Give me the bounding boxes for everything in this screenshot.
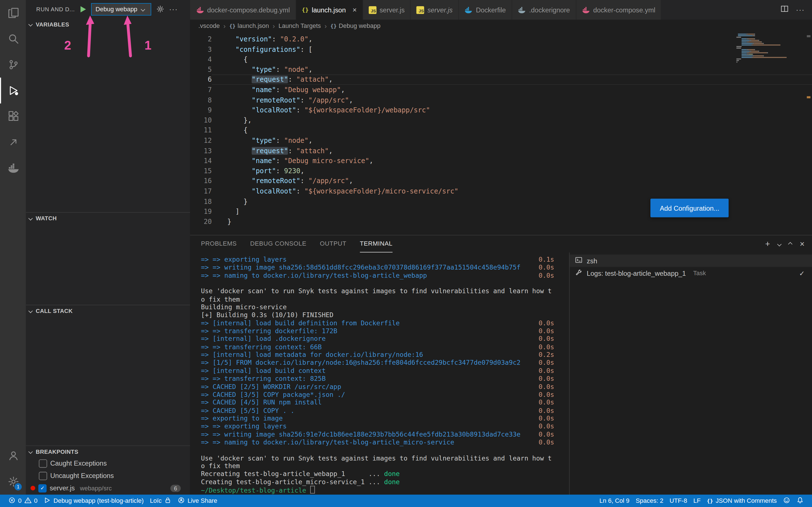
code-line[interactable]: 17 "localRoot": "${workspaceFolder}/micr… [190,186,812,196]
code-line[interactable]: 15 "port": 9230, [190,166,812,176]
tab-label: launch.json [312,6,346,14]
accounts-icon[interactable] [0,443,26,469]
code-line[interactable]: 5 "type": "node", [190,64,812,75]
panel-tab-debug-console[interactable]: DEBUG CONSOLE [250,235,306,252]
code-line[interactable]: 10 }, [190,115,812,125]
user-status-item[interactable]: Loïc [147,495,175,507]
terminal-dropdown-icon[interactable] [777,242,782,246]
split-editor-icon[interactable] [780,5,789,15]
watch-section-header[interactable]: WATCH [26,212,190,224]
call-stack-section-header[interactable]: CALL STACK [26,305,190,317]
problems-status-item[interactable]: 00 [5,495,41,507]
code-line[interactable]: 3 "configurations": [ [190,44,812,54]
breakpoint-checkbox[interactable]: ✓ [38,484,47,492]
breadcrumb-item[interactable]: Launch Targets [278,22,321,30]
terminal-icon [575,256,583,265]
code-line[interactable]: 8 "remoteRoot": "/app/src", [190,95,812,105]
breakpoint-row[interactable]: Uncaught Exceptions [26,470,190,482]
terminal-list-label: zsh [587,257,597,265]
terminal-output[interactable]: => => exporting layers0.1s=> => writing … [190,252,569,495]
breakpoint-row[interactable]: Caught Exceptions [26,457,190,470]
tab-Dockerfile[interactable]: Dockerfile [459,0,512,20]
terminal-duration: 0.0s [539,359,554,367]
run-and-debug-icon[interactable] [0,78,26,104]
close-panel-icon[interactable]: × [800,240,805,248]
cursor-position-status-item[interactable]: Ln 6, Col 9 [596,497,633,504]
code-line[interactable]: 6 "request": "attach", [190,75,812,85]
panel-tab-output[interactable]: OUTPUT [320,235,347,252]
tab-docker-compose.debug.yml[interactable]: docker-compose.debug.yml [190,0,296,20]
error-count: 0 [18,497,21,504]
code-line[interactable]: 20} [190,217,812,227]
breakpoints-section-header[interactable]: BREAKPOINTS [26,446,190,457]
search-icon[interactable] [0,26,26,52]
code-line[interactable]: 9 "localRoot": "${workspaceFolder}/webap… [190,105,812,115]
variables-section-header[interactable]: VARIABLES [26,18,190,30]
extensions-icon[interactable] [0,103,26,129]
terminal-text: => => transferring dockerfile: 172B [201,327,338,335]
code-token: , [300,167,304,175]
debug-start-button[interactable] [79,5,87,13]
sidebar-title: RUN AND D... [36,6,75,12]
code-line[interactable]: 2 "version": "0.2.0", [190,34,812,44]
debug-status-status-item[interactable]: Debug webapp (test-blog-article) [41,495,147,507]
new-terminal-icon[interactable]: + [765,240,770,248]
code-line[interactable]: 4 { [190,54,812,64]
close-icon[interactable]: × [352,6,357,13]
breakpoint-row[interactable]: ✓server.jswebapp/src6 [26,482,190,495]
debug-config-select[interactable]: Debug webapp [91,3,151,15]
code-token: } [227,198,248,205]
live-share-status-item[interactable]: Live Share [174,495,220,507]
tab-launch.json[interactable]: {}launch.json× [296,0,363,20]
breakpoint-checkbox[interactable] [39,459,47,467]
terminal-line: => CACHED [5/5] COPY . .0.0s [201,406,569,414]
panel-tab-terminal[interactable]: TERMINAL [360,235,393,252]
eol-status-item[interactable]: LF [690,497,704,504]
feedback-status-item[interactable] [780,496,794,505]
debug-settings-gear-icon[interactable] [156,4,165,14]
code-line[interactable]: 13 "request": "attach", [190,146,812,156]
code-token: , [369,157,373,165]
add-configuration-button[interactable]: Add Configuration... [651,199,728,217]
breadcrumb-item[interactable]: {}launch.json [229,22,269,30]
settings-icon[interactable]: 1 [0,469,26,495]
code-line[interactable]: 11 { [190,125,812,135]
panel-tab-problems[interactable]: PROBLEMS [201,235,237,252]
terminal-list-item[interactable]: Logs: test-blog-article_webapp_1Task✓ [569,267,812,279]
more-actions-icon[interactable]: ··· [796,6,805,14]
code-token: "Debug webapp" [284,86,341,94]
code-editor[interactable]: 2 "version": "0.2.0",3 "configurations":… [190,32,812,235]
code-line[interactable]: 16 "remoteRoot": "/app/src", [190,176,812,186]
source-control-icon[interactable] [0,52,26,78]
explorer-icon[interactable] [0,0,26,26]
minimap-line [737,62,803,63]
minimap-seg [737,52,742,54]
tab-server.js[interactable]: JSserver.js [411,0,459,20]
remote-icon[interactable] [0,129,26,155]
terminal-list-item[interactable]: zsh [569,255,812,267]
docker-icon[interactable] [0,155,26,181]
breadcrumb-item[interactable]: {}Debug webapp [331,22,380,30]
encoding-status-item[interactable]: UTF-8 [666,497,690,504]
minimap[interactable] [737,34,803,63]
code-line[interactable]: 7 "name": "Debug webapp", [190,85,812,95]
minimap-seg [754,55,763,57]
notifications-status-item[interactable] [794,496,807,505]
tab-server.js[interactable]: JSserver.js [363,0,411,20]
language-mode-status-item[interactable]: {}JSON with Comments [704,497,780,504]
overview-ruler[interactable] [805,32,812,235]
indentation-status-item[interactable]: Spaces: 2 [633,497,666,504]
code-line[interactable]: 14 "name": "Debug micro-service", [190,156,812,166]
code-line[interactable]: 12 "type": "node", [190,135,812,146]
maximize-panel-icon[interactable] [788,242,793,246]
tab-.dockerignore[interactable]: .dockerignore [512,0,576,20]
line-text: } [212,217,812,227]
breakpoint-checkbox[interactable] [39,472,47,480]
sidebar-more-actions-icon[interactable]: ··· [169,5,178,13]
line-number: 14 [190,156,212,166]
tab-docker-compose.yml[interactable]: docker-compose.yml [576,0,661,20]
line-number: 16 [190,176,212,186]
minimap-line [737,52,803,54]
breadcrumb-item[interactable]: .vscode [198,22,220,30]
terminal-text: o fix them [201,295,240,303]
